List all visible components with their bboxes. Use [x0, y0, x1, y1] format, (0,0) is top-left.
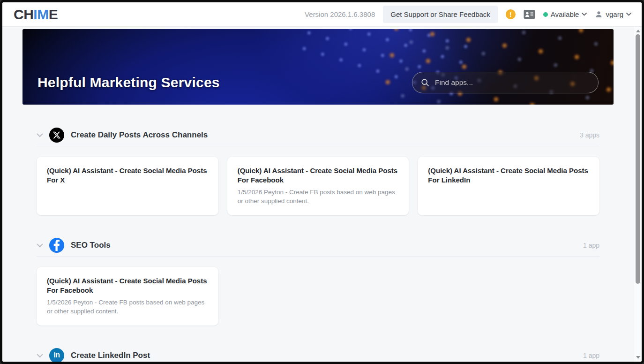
- version-label: Version 2026.1.6.3808: [305, 10, 375, 18]
- linkedin-icon: in: [49, 348, 64, 362]
- presence-dot-icon: [543, 12, 548, 17]
- facebook-icon: [49, 238, 64, 253]
- section-app-count: 1 app: [583, 352, 599, 359]
- app-card-title: (Quick) AI Assistant - Create Social Med…: [428, 166, 589, 185]
- x-icon: [49, 128, 64, 143]
- logo-text-blue: IM: [33, 7, 48, 22]
- app-card-title: (Quick) AI Assistant - Create Social Med…: [238, 166, 399, 185]
- section-seo-tools: SEO Tools 1 app (Quick) AI Assistant - C…: [37, 238, 599, 326]
- app-card-title: (Quick) AI Assistant - Create Social Med…: [47, 166, 208, 185]
- app-card-x-posts[interactable]: (Quick) AI Assistant - Create Social Med…: [37, 157, 218, 215]
- main-content: Helpful Marketing Services: [2, 27, 642, 362]
- section-title: Create Daily Posts Across Channels: [71, 130, 580, 140]
- scrollbar[interactable]: [634, 27, 642, 362]
- section-app-count: 1 app: [583, 242, 599, 249]
- scroll-viewport: Helpful Marketing Services: [2, 27, 634, 362]
- search-icon: [421, 78, 429, 87]
- app-card-facebook-posts[interactable]: (Quick) AI Assistant - Create Social Med…: [37, 267, 218, 326]
- app-window: CHIME Version 2026.1.6.3808 Get Support …: [0, 0, 644, 364]
- username-label: vgarg: [606, 10, 623, 18]
- logo-text-dark: CH: [14, 7, 33, 22]
- availability-label: Available: [551, 10, 579, 18]
- top-bar: CHIME Version 2026.1.6.3808 Get Support …: [2, 2, 642, 27]
- app-card-facebook-posts[interactable]: (Quick) AI Assistant - Create Social Med…: [227, 157, 409, 215]
- section-create-linkedin-post: in Create LinkedIn Post 1 app: [37, 348, 599, 362]
- hero-banner: Helpful Marketing Services: [22, 29, 614, 105]
- app-card-title: (Quick) AI Assistant - Create Social Med…: [47, 276, 208, 295]
- section-divider: [37, 256, 599, 257]
- scrollbar-down-arrow[interactable]: [634, 354, 642, 361]
- chevron-down-icon: [626, 13, 631, 16]
- user-icon: [595, 10, 603, 18]
- availability-dropdown[interactable]: Available: [543, 10, 587, 18]
- search-input[interactable]: [435, 78, 590, 87]
- section-app-count: 3 apps: [580, 131, 599, 139]
- app-card-linkedin-posts[interactable]: (Quick) AI Assistant - Create Social Med…: [418, 157, 599, 215]
- page-title: Helpful Marketing Services: [37, 75, 220, 91]
- chevron-down-icon: [582, 13, 587, 16]
- user-menu[interactable]: vgarg: [595, 10, 631, 18]
- app-card-description: 1/5/2026 Peyton - Create FB posts based …: [47, 298, 208, 316]
- scrollbar-thumb[interactable]: [636, 34, 640, 284]
- section-title: Create LinkedIn Post: [71, 351, 583, 360]
- chevron-down-icon[interactable]: [37, 133, 43, 137]
- search-box[interactable]: [412, 72, 599, 93]
- support-feedback-button[interactable]: Get Support or Share Feedback: [383, 6, 498, 23]
- section-divider: [37, 146, 599, 146]
- scrollbar-up-arrow[interactable]: [634, 28, 642, 34]
- warning-icon[interactable]: !: [506, 9, 516, 19]
- chevron-down-icon[interactable]: [37, 354, 43, 358]
- chevron-down-icon[interactable]: [37, 243, 43, 248]
- contact-card-icon[interactable]: [524, 9, 535, 19]
- section-create-daily-posts: Create Daily Posts Across Channels 3 app…: [37, 128, 599, 215]
- logo-text-dark2: E: [49, 7, 58, 22]
- app-card-description: 1/5/2026 Peyton - Create FB posts based …: [238, 188, 399, 205]
- section-title: SEO Tools: [71, 241, 583, 250]
- chime-logo: CHIME: [14, 8, 58, 22]
